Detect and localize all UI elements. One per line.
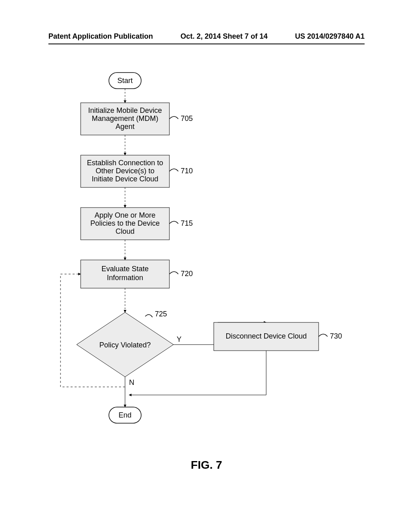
- step-705-line2: Management (MDM): [92, 114, 158, 123]
- step-720-line2: Information: [107, 274, 143, 282]
- ref-715: 715: [181, 219, 193, 227]
- ref-arc-720: [169, 272, 178, 274]
- header-right: US 2014/0297840 A1: [295, 32, 365, 41]
- ref-arc-715: [169, 221, 178, 224]
- step-710-line1: Establish Connection to: [87, 159, 163, 167]
- flowchart: Start Initialize Mobile Device Managemen…: [0, 56, 413, 459]
- step-705-line3: Agent: [115, 123, 134, 131]
- branch-yes-label: Y: [177, 335, 181, 343]
- branch-no-label: N: [129, 378, 134, 387]
- header-rule: [48, 44, 365, 44]
- start-label: Start: [117, 77, 133, 85]
- step-720-line1: Evaluate State: [101, 265, 148, 273]
- ref-720: 720: [181, 270, 193, 278]
- figure-caption: FIG. 7: [0, 459, 413, 472]
- ref-710: 710: [181, 167, 193, 175]
- header-left: Patent Application Publication: [48, 32, 153, 41]
- step-715-line3: Cloud: [115, 227, 134, 235]
- step-705-line1: Initialize Mobile Device: [88, 106, 162, 114]
- ref-arc-710: [169, 169, 178, 171]
- header-center: Oct. 2, 2014 Sheet 7 of 14: [180, 32, 267, 41]
- page-header: Patent Application Publication Oct. 2, 2…: [0, 32, 413, 43]
- step-710-line3: Initiate Device Cloud: [92, 175, 158, 183]
- ref-arc-725: [145, 314, 152, 317]
- step-715-line2: Policies to the Device: [90, 219, 160, 227]
- end-label: End: [119, 411, 131, 419]
- decision-725-label: Policy Violated?: [99, 341, 151, 349]
- ref-730: 730: [330, 332, 342, 340]
- step-715-line1: Apply One or More: [94, 211, 155, 219]
- ref-arc-705: [169, 116, 178, 119]
- ref-705: 705: [181, 114, 193, 123]
- step-730-label: Disconnect Device Cloud: [225, 332, 307, 340]
- step-710-line2: Other Device(s) to: [96, 167, 154, 175]
- ref-arc-730: [319, 334, 327, 337]
- ref-725: 725: [155, 310, 167, 318]
